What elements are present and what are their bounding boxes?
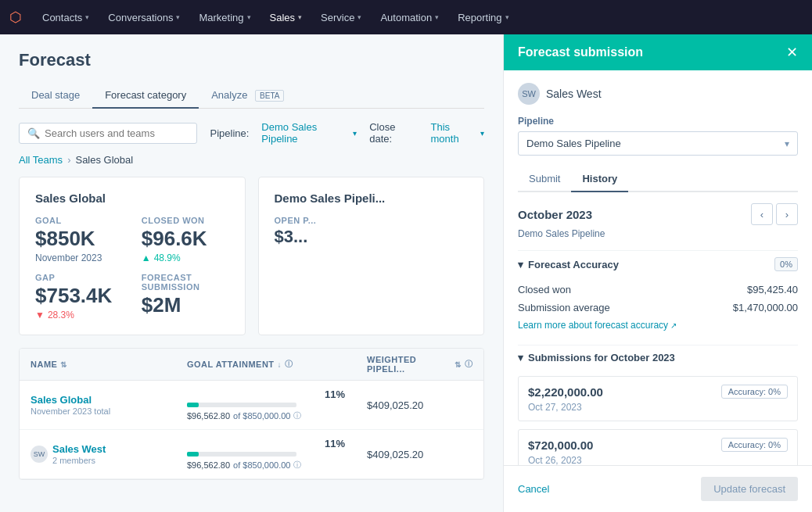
info-icon[interactable]: ⓘ (293, 410, 301, 421)
chevron-icon: ▾ (357, 13, 361, 21)
chevron-icon: ▾ (518, 259, 523, 270)
row-sub: November 2023 total (31, 406, 165, 416)
history-nav: ‹ › (751, 203, 798, 225)
modal-header: Forecast submission ✕ (504, 34, 812, 70)
close-button[interactable]: ✕ (786, 45, 798, 59)
hubspot-logo: ⬡ (9, 9, 22, 26)
weighted-pipeline-cell-1: $409,025.20 (356, 441, 483, 468)
forecast-accuracy-section[interactable]: ▾ Forecast Accuracy 0% (518, 250, 798, 277)
progress-bar-fill (187, 403, 199, 407)
tab-deal-stage[interactable]: Deal stage (19, 83, 92, 109)
table-row: Sales Global November 2023 total 11% $96… (20, 381, 483, 430)
nav-marketing[interactable]: Marketing ▾ (191, 7, 258, 28)
data-table: NAME ⇅ GOAL ATTAINMENT ↓ ⓘ WEIGHTED PIPE… (19, 348, 484, 480)
forecast-accuracy-title: ▾ Forecast Accuracy (518, 259, 619, 270)
learn-more-link[interactable]: Learn more about forecast accuracy ↗ (518, 320, 798, 331)
nav-sales[interactable]: Sales ▾ (262, 7, 311, 28)
breadcrumb-all-teams[interactable]: All Teams (19, 154, 63, 166)
name-cell-sales-west: SW Sales West 2 members (20, 435, 176, 473)
submission-avg-row: Submission average $1,470,000.00 (518, 299, 798, 317)
modal-tabs: Submit History (518, 166, 798, 192)
nav-automation[interactable]: Automation ▾ (372, 7, 447, 28)
cancel-button[interactable]: Cancel (518, 483, 549, 495)
search-input[interactable] (45, 127, 189, 139)
nav-conversations[interactable]: Conversations ▾ (100, 7, 188, 28)
breadcrumb: All Teams › Sales Global (19, 154, 484, 166)
arrow-down-icon: ▼ (35, 310, 45, 320)
nav-reporting[interactable]: Reporting ▾ (450, 7, 516, 28)
user-name: Sales West (546, 88, 602, 100)
chevron-down-icon: ▾ (480, 129, 484, 138)
history-month-name: October 2023 (518, 208, 592, 221)
main-container: Forecast Deal stage Forecast category An… (0, 34, 812, 512)
left-panel: Forecast Deal stage Forecast category An… (0, 34, 503, 512)
accuracy-badge: Accuracy: 0% (721, 438, 788, 452)
breadcrumb-sep: › (67, 154, 70, 166)
nav-contacts[interactable]: Contacts ▾ (34, 7, 97, 28)
row-sub: 2 members (52, 456, 106, 465)
accuracy-badge: 0% (774, 257, 798, 271)
submission-date: Oct 27, 2023 (528, 402, 788, 413)
submission-item: $2,220,000.00 Accuracy: 0% Oct 27, 2023 (518, 376, 798, 421)
modal-tab-history[interactable]: History (571, 166, 628, 192)
submission-amount: $720,000.00 (528, 439, 593, 452)
close-date-label: Close date: (369, 121, 418, 145)
forecast-submission-metric: FORECAST SUBMISSION $2M (142, 273, 229, 320)
progress-amounts: $96,562.80 of $850,000.00 ⓘ (187, 460, 345, 471)
submissions-title: ▾ Submissions for October 2023 (518, 352, 675, 363)
pipeline-label: Pipeline: (210, 127, 249, 139)
th-name[interactable]: NAME ⇅ (20, 349, 176, 380)
table-header: NAME ⇅ GOAL ATTAINMENT ↓ ⓘ WEIGHTED PIPE… (20, 349, 483, 381)
chevron-icon: ▾ (435, 13, 439, 21)
progress-pct: 11% (325, 438, 345, 449)
closed-won-change: ▲ 48.9% (142, 252, 229, 263)
update-forecast-button[interactable]: Update forecast (701, 477, 798, 501)
pipeline-select[interactable]: Demo Sales Pipeline ▾ (518, 131, 798, 156)
chevron-icon: ▾ (176, 13, 180, 21)
modal-title: Forecast submission (518, 45, 643, 59)
sales-global-card: Sales Global GOAL $850K November 2023 CL… (19, 177, 246, 335)
submission-top: $2,220,000.00 Accuracy: 0% (528, 385, 788, 399)
submission-amount: $2,220,000.00 (528, 385, 603, 399)
chevron-icon: ▾ (518, 352, 523, 363)
progress-bar-fill (187, 452, 199, 457)
search-box[interactable]: 🔍 (19, 123, 197, 144)
accuracy-badge: Accuracy: 0% (721, 385, 788, 399)
closed-won-row: Closed won $95,425.40 (518, 281, 798, 299)
submission-item: $720,000.00 Accuracy: 0% Oct 26, 2023 (518, 429, 798, 465)
user-row: SW Sales West (518, 83, 798, 105)
row-name-link[interactable]: Sales West (52, 443, 106, 455)
progress-cell-1: 11% $96,562.80 of $850,000.00 ⓘ (176, 430, 356, 478)
next-month-button[interactable]: › (776, 203, 798, 225)
modal-tab-submit[interactable]: Submit (518, 166, 571, 192)
submissions-list: $2,220,000.00 Accuracy: 0% Oct 27, 2023 … (518, 376, 798, 465)
th-goal-attainment[interactable]: GOAL ATTAINMENT ↓ ⓘ (176, 349, 356, 380)
sort-icon: ⇅ (60, 360, 67, 369)
prev-month-button[interactable]: ‹ (751, 203, 773, 225)
name-cell-sales-global: Sales Global November 2023 total (20, 386, 176, 424)
history-content: October 2023 ‹ › Demo Sales Pipeline ▾ F… (518, 203, 798, 465)
modal-body: SW Sales West Pipeline Demo Sales Pipeli… (504, 70, 812, 465)
pipeline-filter[interactable]: Demo Sales Pipeline ▾ (261, 121, 357, 145)
tab-forecast-category[interactable]: Forecast category (92, 83, 199, 109)
submissions-section-header[interactable]: ▾ Submissions for October 2023 (518, 345, 798, 370)
goal-metric: GOAL $850K November 2023 (35, 216, 123, 263)
avatar: SW (31, 446, 48, 463)
avatar: SW (518, 83, 540, 105)
filter-row: 🔍 Pipeline: Demo Sales Pipeline ▾ Close … (19, 121, 484, 145)
sales-global-title: Sales Global (35, 192, 229, 205)
tab-bar: Deal stage Forecast category Analyze BET… (19, 83, 484, 109)
row-name-link[interactable]: Sales Global (31, 394, 165, 406)
tab-analyze[interactable]: Analyze BETA (199, 83, 296, 109)
info-icon[interactable]: ⓘ (285, 359, 293, 370)
external-link-icon: ↗ (670, 321, 677, 330)
close-date-filter[interactable]: This month ▾ (431, 121, 484, 145)
weighted-pipeline-cell-0: $409,025.20 (356, 392, 483, 419)
th-weighted-pipeline[interactable]: WEIGHTED PIPELI... ⇅ ⓘ (356, 349, 483, 380)
top-nav: ⬡ Contacts ▾ Conversations ▾ Marketing ▾… (0, 0, 812, 34)
info-icon[interactable]: ⓘ (465, 359, 473, 370)
progress-bar-bg (187, 452, 296, 457)
nav-service[interactable]: Service ▾ (313, 7, 369, 28)
info-icon[interactable]: ⓘ (293, 460, 301, 471)
forecast-accuracy-details: Closed won $95,425.40 Submission average… (518, 277, 798, 345)
